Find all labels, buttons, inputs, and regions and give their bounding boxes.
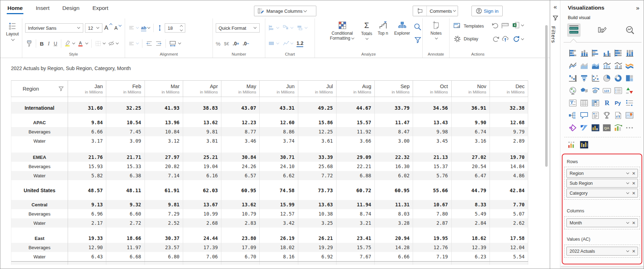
cell[interactable]: 6.96 bbox=[68, 209, 106, 218]
cell[interactable] bbox=[221, 97, 260, 102]
cell[interactable]: 9.13 bbox=[68, 200, 106, 209]
cell[interactable]: 21.71 bbox=[106, 153, 145, 162]
cell[interactable]: 36.91 bbox=[452, 102, 490, 114]
cell[interactable]: 6.02 bbox=[375, 171, 413, 180]
cell[interactable]: 5.49 bbox=[452, 209, 490, 218]
cell[interactable] bbox=[221, 180, 260, 184]
custom-visual-qa-icon[interactable]: QA bbox=[602, 124, 611, 132]
cell[interactable] bbox=[375, 97, 413, 102]
notes-button[interactable]: Notes bbox=[428, 21, 444, 40]
cell[interactable]: 19.04 bbox=[183, 162, 221, 171]
vertical-align-icon[interactable] bbox=[128, 24, 139, 32]
undo-icon[interactable] bbox=[491, 22, 499, 30]
column-header-dec[interactable]: Decin Millions bbox=[490, 81, 528, 97]
field-pill-month[interactable]: Month✕ bbox=[566, 218, 638, 227]
azure-map-icon[interactable] bbox=[591, 86, 600, 95]
cell[interactable]: 3.46 bbox=[221, 136, 260, 145]
r-script-visual-icon[interactable]: R bbox=[602, 99, 611, 107]
cell[interactable]: 6.88 bbox=[337, 171, 375, 180]
paginated-report-icon[interactable] bbox=[614, 111, 623, 120]
cell[interactable] bbox=[145, 97, 183, 102]
treemap-icon[interactable] bbox=[625, 74, 634, 82]
cell[interactable]: 23.57 bbox=[145, 243, 183, 252]
remove-field-icon[interactable]: ✕ bbox=[632, 249, 635, 254]
cell[interactable]: 7.19 bbox=[413, 252, 451, 261]
cell[interactable]: 2.52 bbox=[145, 218, 183, 228]
table-row[interactable]: APAC9.8410.5413.9613.6212.2312.6015.8615… bbox=[11, 118, 528, 127]
cell[interactable]: 8.77 bbox=[221, 127, 260, 136]
chart-type-overlay-icon[interactable] bbox=[296, 24, 308, 32]
cell[interactable] bbox=[452, 145, 490, 153]
cell[interactable]: 11.97 bbox=[106, 243, 145, 252]
clustered-bar-chart-icon[interactable] bbox=[591, 49, 600, 58]
cell[interactable] bbox=[413, 97, 451, 102]
remove-field-icon[interactable]: ✕ bbox=[632, 221, 635, 225]
cell[interactable]: 3.61 bbox=[298, 136, 337, 145]
percent-format-button[interactable]: % bbox=[216, 41, 220, 47]
cell[interactable] bbox=[413, 228, 451, 234]
cell[interactable]: 9.81 bbox=[145, 200, 183, 209]
cell[interactable]: 10.38 bbox=[298, 209, 337, 218]
cloud-upload-icon[interactable] bbox=[501, 35, 510, 42]
cell[interactable]: 48.11 bbox=[106, 184, 145, 196]
cell[interactable]: 12.68 bbox=[490, 118, 528, 127]
cell[interactable]: 9.90 bbox=[452, 118, 490, 127]
row-label[interactable] bbox=[11, 180, 68, 184]
donut-chart-icon[interactable] bbox=[614, 74, 623, 82]
area-chart-icon[interactable] bbox=[580, 62, 589, 70]
cell[interactable]: 43.07 bbox=[221, 102, 260, 114]
cell[interactable]: 2.68 bbox=[183, 218, 221, 228]
cell[interactable]: 8.86 bbox=[260, 127, 298, 136]
conditional-formatting-button[interactable]: ConditionalFormatting bbox=[327, 21, 357, 41]
cell[interactable]: 9.79 bbox=[490, 127, 528, 136]
cell[interactable]: 27.97 bbox=[145, 153, 183, 162]
card-icon[interactable]: 123 bbox=[602, 86, 611, 95]
chart-type-hierarchy-icon[interactable] bbox=[282, 24, 294, 32]
cell[interactable] bbox=[106, 114, 145, 118]
templates-button[interactable]: Templates bbox=[453, 22, 484, 30]
cell[interactable] bbox=[68, 145, 106, 153]
cell[interactable]: 3.74 bbox=[260, 136, 298, 145]
cell[interactable]: 41.93 bbox=[145, 102, 183, 114]
cell[interactable]: 6.74 bbox=[452, 127, 490, 136]
cell[interactable]: 15.86 bbox=[298, 118, 337, 127]
cell[interactable]: 6.47 bbox=[452, 171, 490, 180]
cell[interactable]: 12.04 bbox=[490, 243, 528, 252]
cell[interactable]: 26.19 bbox=[260, 234, 298, 243]
stacked-bar-chart-icon[interactable] bbox=[568, 49, 577, 58]
chart-line-icon[interactable] bbox=[282, 40, 294, 47]
cell[interactable]: 18.02 bbox=[260, 243, 298, 252]
cell[interactable]: 5.07 bbox=[490, 209, 528, 218]
cell[interactable]: 3.17 bbox=[68, 136, 106, 145]
cell[interactable]: 20.82 bbox=[145, 162, 183, 171]
cell[interactable]: 3.81 bbox=[183, 136, 221, 145]
column-header-may[interactable]: Mayin Millions bbox=[221, 81, 260, 97]
cell[interactable] bbox=[145, 114, 183, 118]
display-button[interactable]: Display bbox=[454, 35, 478, 42]
cell[interactable]: 11.92 bbox=[337, 127, 375, 136]
cell[interactable] bbox=[68, 262, 106, 265]
cell[interactable]: 30.84 bbox=[221, 153, 260, 162]
cell[interactable]: 33.79 bbox=[375, 102, 413, 114]
cell[interactable]: 10.84 bbox=[145, 127, 183, 136]
decrease-font-size-button[interactable]: A bbox=[114, 25, 122, 31]
cell[interactable] bbox=[337, 114, 375, 118]
column-header-oct[interactable]: Octin Millions bbox=[413, 81, 451, 97]
cell[interactable]: 30.37 bbox=[145, 234, 183, 243]
increase-indent-icon[interactable] bbox=[155, 40, 163, 47]
cell[interactable] bbox=[260, 145, 298, 153]
cell[interactable]: 3.28 bbox=[375, 218, 413, 228]
hide-values-button[interactable] bbox=[108, 40, 119, 47]
cell[interactable] bbox=[337, 97, 375, 102]
cell[interactable] bbox=[183, 145, 221, 153]
cell[interactable]: 24.10 bbox=[260, 162, 298, 171]
cell[interactable]: 12.25 bbox=[298, 127, 337, 136]
cell[interactable]: 11.94 bbox=[337, 200, 375, 209]
cell[interactable] bbox=[260, 196, 298, 200]
cell[interactable]: 7.14 bbox=[145, 171, 183, 180]
column-header-sep[interactable]: Sepin Millions bbox=[375, 81, 413, 97]
cell[interactable] bbox=[490, 180, 528, 184]
cell[interactable] bbox=[68, 180, 106, 184]
power-apps-icon[interactable] bbox=[568, 124, 577, 132]
filled-map-icon[interactable] bbox=[580, 86, 589, 95]
